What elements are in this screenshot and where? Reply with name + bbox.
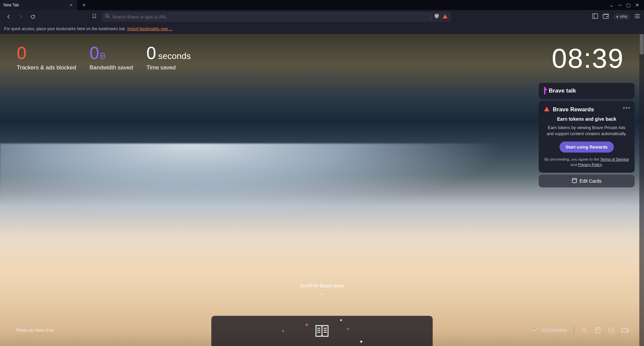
history-icon[interactable] xyxy=(608,327,614,334)
menu-icon[interactable] xyxy=(635,14,640,20)
address-bar[interactable] xyxy=(102,12,451,22)
bookmarks-hint-text: For quick access, place your bookmarks h… xyxy=(4,26,126,31)
stat-time-unit: seconds xyxy=(158,51,191,61)
import-bookmarks-link[interactable]: Import bookmarks now ... xyxy=(127,26,173,31)
new-tab-button[interactable]: + xyxy=(80,1,88,9)
chevron-down-icon: ⌄ xyxy=(300,290,344,296)
back-button[interactable] xyxy=(4,12,13,21)
svg-rect-8 xyxy=(572,178,577,183)
svg-rect-1 xyxy=(592,14,598,18)
toolbar-right: VPN xyxy=(505,13,640,20)
video-call-icon[interactable] xyxy=(621,327,628,334)
search-input[interactable] xyxy=(112,14,428,19)
legal-prefix: By proceeding, you agree to the xyxy=(544,157,600,161)
svg-point-20 xyxy=(583,329,585,331)
gear-icon[interactable] xyxy=(581,327,588,334)
sliders-icon xyxy=(533,327,539,333)
stat-time-value: 0 xyxy=(146,43,156,63)
photo-credit-prefix: Photo by xyxy=(16,328,34,333)
stat-bandwidth: 0B Bandwidth saved xyxy=(90,44,133,71)
video-icon xyxy=(544,88,545,94)
new-tab-content: 0 Trackers & ads blocked 0B Bandwidth sa… xyxy=(0,34,644,346)
brave-rewards-legal: By proceeding, you agree to the Terms of… xyxy=(544,157,629,167)
brave-rewards-description: Earn tokens by viewing Brave Private Ads… xyxy=(544,125,629,137)
brave-rewards-card: ••• Brave Rewards Earn tokens and give b… xyxy=(539,101,635,173)
privacy-policy-link[interactable]: Privacy Policy xyxy=(578,163,602,167)
sparkle-plus-icon: + xyxy=(346,326,350,332)
vpn-label: VPN xyxy=(620,15,627,19)
stat-time: 0 seconds Time saved xyxy=(146,44,191,71)
svg-point-4 xyxy=(607,16,607,17)
maximize-icon[interactable]: ▢ xyxy=(626,2,631,8)
vpn-button[interactable]: VPN xyxy=(613,14,630,20)
brave-triangle-icon xyxy=(544,106,549,113)
wallet-icon[interactable] xyxy=(603,13,609,20)
brave-talk-title: Brave talk xyxy=(549,88,576,94)
scroll-hint[interactable]: Scroll for Brave news ⌄ xyxy=(300,283,344,296)
brave-rewards-subtitle: Earn tokens and give back xyxy=(544,116,629,122)
search-icon xyxy=(105,14,110,19)
divider xyxy=(574,327,574,334)
photo-credit: Photo by Aleks Eva xyxy=(16,328,54,333)
stat-trackers: 0 Trackers & ads blocked xyxy=(17,44,76,71)
address-bar-wrap xyxy=(40,12,502,22)
bookmark-icon[interactable] xyxy=(92,13,97,20)
stat-bandwidth-unit: B xyxy=(100,51,106,61)
window-controls: ⌄ ─ ▢ ✕ xyxy=(609,2,644,8)
terms-of-service-link[interactable]: Terms of Service xyxy=(600,157,629,161)
stat-trackers-value: 0 xyxy=(17,44,76,62)
photo-credit-author[interactable]: Aleks Eva xyxy=(34,328,54,333)
edit-cards-label: Edit Cards xyxy=(580,178,601,184)
news-dock[interactable]: + + + xyxy=(211,316,433,346)
close-window-icon[interactable]: ✕ xyxy=(635,2,639,8)
bookmarks-bar: For quick access, place your bookmarks h… xyxy=(0,23,644,34)
tab-bar-left: New Tab × + xyxy=(0,0,88,10)
stat-time-label: Time saved xyxy=(146,64,191,71)
svg-point-17 xyxy=(534,328,535,329)
clock: 08:39 xyxy=(552,43,624,74)
sparkle-dot-icon xyxy=(360,341,362,343)
tab-title: New Tab xyxy=(3,3,19,7)
reload-button[interactable] xyxy=(28,12,38,21)
bottom-right-controls: Customise xyxy=(533,327,628,334)
forward-button[interactable] xyxy=(16,12,25,21)
brave-talk-header: Brave talk xyxy=(544,88,629,94)
stat-bandwidth-value: 0 xyxy=(90,43,99,63)
brave-rewards-title: Brave Rewards xyxy=(553,106,594,113)
legal-period: . xyxy=(602,163,603,167)
legal-and: and xyxy=(571,163,578,167)
bookmark-page-icon[interactable] xyxy=(594,327,601,334)
active-tab[interactable]: New Tab × xyxy=(0,0,77,10)
cards-icon xyxy=(572,178,577,184)
vpn-status-dot xyxy=(616,16,618,18)
news-icon xyxy=(315,324,329,338)
scroll-hint-text: Scroll for Brave news xyxy=(300,283,344,288)
scrollbar-thumb[interactable] xyxy=(640,34,644,54)
customise-label: Customise xyxy=(542,327,567,333)
sparkle-plus-icon: + xyxy=(305,322,308,328)
tab-bar: New Tab × + ⌄ ─ ▢ ✕ xyxy=(0,0,644,10)
more-icon[interactable]: ••• xyxy=(623,105,631,111)
cards-panel: Brave talk ••• Brave Rewards Earn tokens… xyxy=(539,83,635,187)
toolbar: VPN xyxy=(0,10,644,23)
sparkle-dot-icon xyxy=(340,319,342,321)
edit-cards-button[interactable]: Edit Cards xyxy=(539,175,635,187)
svg-point-19 xyxy=(537,330,538,331)
address-bar-right xyxy=(431,13,447,20)
minimize-icon[interactable]: ─ xyxy=(618,2,622,8)
stat-bandwidth-label: Bandwidth saved xyxy=(90,64,133,71)
scrollbar[interactable] xyxy=(639,34,644,346)
sidebar-icon[interactable] xyxy=(592,13,598,20)
brave-talk-card[interactable]: Brave talk xyxy=(539,83,635,99)
chevron-down-icon[interactable]: ⌄ xyxy=(609,2,613,8)
close-tab-icon[interactable]: × xyxy=(68,2,74,8)
brave-rewards-header: Brave Rewards xyxy=(544,106,629,113)
brave-rewards-icon[interactable] xyxy=(443,14,447,20)
customise-button[interactable]: Customise xyxy=(533,327,567,333)
sparkle-plus-icon: + xyxy=(282,329,284,334)
shield-icon[interactable] xyxy=(434,13,439,20)
stat-trackers-label: Trackers & ads blocked xyxy=(17,64,76,71)
svg-point-0 xyxy=(106,14,108,17)
stats-row: 0 Trackers & ads blocked 0B Bandwidth sa… xyxy=(17,44,191,71)
start-rewards-button[interactable]: Start using Rewards xyxy=(559,141,614,153)
